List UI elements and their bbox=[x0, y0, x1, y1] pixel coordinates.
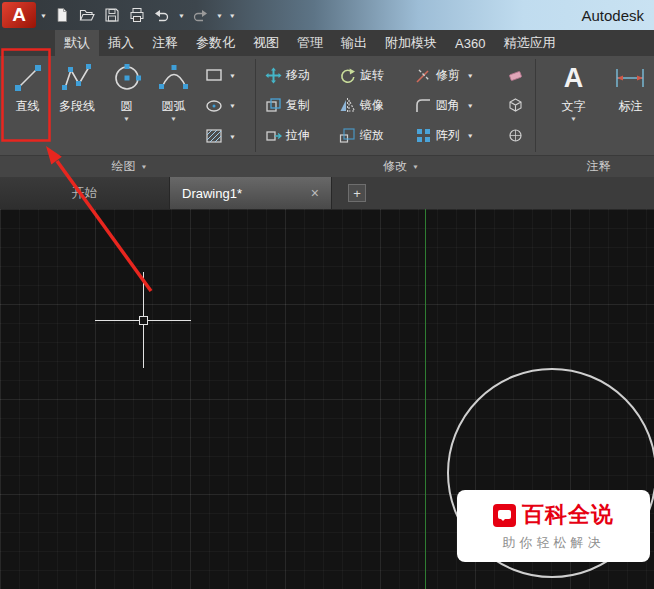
stretch-icon bbox=[265, 127, 282, 144]
copy-button-label: 复制 bbox=[286, 97, 310, 114]
blend-button[interactable] bbox=[507, 127, 533, 144]
annotate-panel-label: 注释 bbox=[587, 158, 611, 175]
fillet-dropdown-icon[interactable]: ▼ bbox=[467, 102, 474, 108]
mirror-button-label: 镜像 bbox=[360, 97, 384, 114]
tab-parametric[interactable]: 参数化 bbox=[187, 30, 244, 56]
modify-panel: 移动 旋转 修剪 ▼ 复制 镜像 bbox=[256, 56, 535, 155]
circle-dropdown-icon[interactable]: ▼ bbox=[123, 116, 130, 123]
trim-button-label: 修剪 bbox=[436, 67, 460, 84]
watermark-subtitle: 助你轻松解决 bbox=[503, 534, 605, 552]
rotate-button[interactable]: 旋转 bbox=[339, 67, 415, 84]
scale-button[interactable]: 缩放 bbox=[339, 127, 415, 144]
file-tab-start[interactable]: 开始 bbox=[0, 177, 170, 209]
open-file-button[interactable] bbox=[75, 3, 100, 27]
erase-button[interactable] bbox=[507, 67, 533, 84]
line-button[interactable]: 直线 bbox=[4, 58, 51, 155]
y-axis-grid-line bbox=[425, 209, 426, 589]
text-icon: A bbox=[556, 61, 590, 95]
tab-featured-apps[interactable]: 精选应用 bbox=[494, 30, 564, 56]
rectangle-tool-button[interactable]: ▼ bbox=[205, 66, 239, 84]
save-button[interactable] bbox=[100, 3, 125, 27]
app-logo-glyph: A bbox=[12, 4, 26, 26]
tab-a360[interactable]: A360 bbox=[446, 30, 494, 56]
qat-customize-icon[interactable]: ▼ bbox=[229, 12, 236, 18]
rectangle-icon bbox=[205, 66, 223, 84]
stretch-button-label: 拉伸 bbox=[286, 127, 310, 144]
undo-button[interactable] bbox=[150, 3, 175, 27]
panel-label-bar: 绘图 ▼ 修改 ▼ 注释 bbox=[0, 155, 654, 177]
explode-button[interactable] bbox=[507, 97, 533, 114]
draw-small-tools: ▼ ▼ ▼ bbox=[197, 58, 239, 155]
polyline-button[interactable]: 多段线 bbox=[51, 58, 103, 155]
ribbon-body: 直线 多段线 圆 ▼ 圆弧 ▼ bbox=[0, 56, 654, 155]
undo-dropdown-icon[interactable]: ▼ bbox=[178, 12, 185, 18]
copy-button[interactable]: 复制 bbox=[265, 97, 339, 114]
tab-annotate[interactable]: 注释 bbox=[143, 30, 187, 56]
modify-panel-label: 修改 bbox=[383, 158, 407, 175]
text-dropdown-icon[interactable]: ▼ bbox=[570, 116, 577, 123]
tab-close-icon[interactable]: × bbox=[311, 185, 319, 201]
tab-insert[interactable]: 插入 bbox=[99, 30, 143, 56]
tab-output[interactable]: 输出 bbox=[332, 30, 376, 56]
watermark-logo-icon bbox=[493, 504, 516, 527]
redo-dropdown-icon[interactable]: ▼ bbox=[216, 12, 223, 18]
draw-panel-title[interactable]: 绘图 ▼ bbox=[0, 158, 259, 175]
file-tab-start-label: 开始 bbox=[72, 184, 98, 202]
rotate-icon bbox=[339, 67, 356, 84]
file-tab-drawing1-label: Drawing1* bbox=[182, 186, 242, 201]
arc-dropdown-icon[interactable]: ▼ bbox=[170, 116, 177, 123]
modify-panel-expander-icon[interactable]: ▼ bbox=[412, 164, 419, 170]
dimension-icon bbox=[613, 61, 647, 95]
watermark-title: 百科全说 bbox=[522, 500, 614, 530]
tab-addins[interactable]: 附加模块 bbox=[376, 30, 446, 56]
arc-button[interactable]: 圆弧 ▼ bbox=[150, 58, 197, 155]
draw-panel-label: 绘图 bbox=[112, 158, 136, 175]
polyline-button-label: 多段线 bbox=[59, 99, 95, 114]
tab-view[interactable]: 视图 bbox=[244, 30, 288, 56]
watermark: 百科全说 助你轻松解决 bbox=[457, 490, 650, 562]
move-button[interactable]: 移动 bbox=[265, 67, 339, 84]
text-button-label: 文字 bbox=[561, 99, 585, 114]
cube-icon bbox=[507, 97, 524, 114]
drawing-canvas[interactable]: 百科全说 助你轻松解决 bbox=[0, 209, 654, 589]
modify-panel-title[interactable]: 修改 ▼ bbox=[259, 158, 543, 175]
line-icon bbox=[11, 61, 45, 95]
array-button[interactable]: 阵列 ▼ bbox=[415, 127, 507, 144]
ellipse-tool-button[interactable]: ▼ bbox=[205, 97, 239, 115]
mirror-icon bbox=[339, 97, 356, 114]
trim-button[interactable]: 修剪 ▼ bbox=[415, 67, 507, 84]
array-button-label: 阵列 bbox=[436, 127, 460, 144]
file-tab-drawing1[interactable]: Drawing1* × bbox=[170, 177, 332, 209]
new-file-button[interactable] bbox=[50, 3, 75, 27]
printer-icon bbox=[129, 7, 145, 23]
stretch-button[interactable]: 拉伸 bbox=[265, 127, 339, 144]
tab-home[interactable]: 默认 bbox=[55, 30, 99, 56]
dimension-button[interactable]: 标注 bbox=[607, 58, 654, 155]
draw-panel-expander-icon[interactable]: ▼ bbox=[141, 164, 148, 170]
text-button[interactable]: A 文字 ▼ bbox=[550, 58, 597, 155]
line-button-label: 直线 bbox=[16, 99, 40, 114]
tab-manage[interactable]: 管理 bbox=[288, 30, 332, 56]
logo-dropdown-icon[interactable]: ▼ bbox=[40, 12, 47, 18]
hatch-dropdown-icon[interactable]: ▼ bbox=[229, 133, 236, 139]
fillet-button[interactable]: 圆角 ▼ bbox=[415, 97, 507, 114]
array-dropdown-icon[interactable]: ▼ bbox=[467, 132, 474, 138]
circle-button[interactable]: 圆 ▼ bbox=[103, 58, 150, 155]
rotate-button-label: 旋转 bbox=[360, 67, 384, 84]
plot-button[interactable] bbox=[125, 3, 150, 27]
annotate-panel-title[interactable]: 注释 bbox=[543, 158, 654, 175]
new-tab-button[interactable]: + bbox=[348, 184, 366, 202]
redo-button[interactable] bbox=[188, 3, 213, 27]
ellipse-dropdown-icon[interactable]: ▼ bbox=[229, 103, 236, 109]
arc-button-label: 圆弧 bbox=[162, 99, 186, 114]
polyline-icon bbox=[60, 61, 94, 95]
rectangle-dropdown-icon[interactable]: ▼ bbox=[229, 72, 236, 78]
trim-dropdown-icon[interactable]: ▼ bbox=[467, 72, 474, 78]
eraser-icon bbox=[507, 67, 524, 84]
trim-icon bbox=[415, 67, 432, 84]
file-tab-bar: 开始 Drawing1* × + bbox=[0, 177, 654, 209]
hatch-tool-button[interactable]: ▼ bbox=[205, 127, 239, 145]
app-logo-button[interactable]: A bbox=[2, 2, 36, 28]
window-title: Autodesk bbox=[581, 7, 654, 24]
mirror-button[interactable]: 镜像 bbox=[339, 97, 415, 114]
